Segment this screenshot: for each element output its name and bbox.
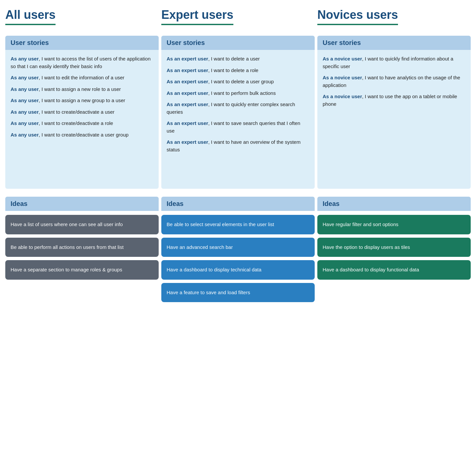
stories-box-all-users: As any user, I want to access the list o… [5, 50, 159, 189]
story-bold: As an expert user [167, 101, 208, 107]
story-rest: , I want to assign a new role to a user [39, 86, 121, 92]
story-item: As a novice user, I want to use the app … [323, 93, 465, 108]
story-rest: , I want to create/deactivate a role [39, 120, 113, 126]
stories-header-novices-users: User stories [317, 36, 471, 50]
story-bold: As any user [11, 132, 39, 138]
story-bold: As a novice user [323, 94, 362, 99]
story-rest: , I want to assign a new group to a user [39, 98, 125, 103]
ideas-header-novices-users: Ideas [317, 197, 471, 211]
story-item: As any user, I want to edit the informat… [11, 74, 153, 82]
main-grid: All usersUser storiesAs any user, I want… [5, 8, 471, 302]
story-item: As an expert user, I want to have an ove… [167, 139, 309, 153]
ideas-header-all-users: Ideas [5, 197, 159, 211]
story-item: As any user, I want to create/deactivate… [11, 131, 153, 139]
story-bold: As any user [11, 75, 39, 80]
story-item: As a novice user, I want to have analyti… [323, 74, 465, 89]
story-rest: , I want to create/deactivate a user [39, 109, 114, 115]
story-rest: , I want to perform bulk actions [208, 90, 276, 96]
idea-card: Have a separate section to manage roles … [5, 260, 159, 280]
stories-header-all-users: User stories [5, 36, 159, 50]
story-bold: As an expert user [167, 56, 208, 61]
story-bold: As a novice user [323, 75, 362, 80]
story-rest: , I want to delete a role [208, 67, 258, 73]
idea-card: Have regular filter and sort options [317, 215, 471, 234]
idea-card: Have a dashboard to display functional d… [317, 260, 471, 280]
story-item: As a novice user, I want to quickly find… [323, 55, 465, 70]
story-bold: As any user [11, 86, 39, 92]
idea-card: Have a list of users where one can see a… [5, 215, 159, 234]
column-all-users: All usersUser storiesAs any user, I want… [5, 8, 159, 302]
story-item: As any user, I want to assign a new grou… [11, 97, 153, 104]
stories-box-expert-users: As an expert user, I want to delete a us… [161, 50, 315, 189]
story-bold: As an expert user [167, 139, 208, 145]
column-expert-users: Expert usersUser storiesAs an expert use… [161, 8, 315, 302]
story-bold: As any user [11, 56, 39, 61]
story-item: As any user, I want to create/deactivate… [11, 108, 153, 116]
story-item: As an expert user, I want to perform bul… [167, 90, 309, 97]
col-header: Novices users [317, 8, 471, 30]
story-item: As any user, I want to access the list o… [11, 55, 153, 70]
ideas-list-all-users: Have a list of users where one can see a… [5, 214, 159, 280]
story-bold: As any user [11, 109, 39, 115]
story-item: As an expert user, I want to quickly ent… [167, 101, 309, 116]
stories-header-expert-users: User stories [161, 36, 315, 50]
story-bold: As any user [11, 120, 39, 126]
story-item: As an expert user, I want to delete a us… [167, 55, 309, 63]
ideas-list-expert-users: Be able to select several elements in th… [161, 214, 315, 302]
story-rest: , I want to delete a user group [208, 79, 274, 84]
title-expert-users: Expert users [161, 8, 233, 25]
story-bold: As a novice user [323, 56, 362, 61]
story-item: As any user, I want to create/deactivate… [11, 120, 153, 127]
idea-card: Be able to select several elements in th… [161, 215, 315, 234]
idea-card: Have the option to display users as tile… [317, 238, 471, 257]
story-rest: , I want to delete a user [208, 56, 260, 61]
col-header: All users [5, 8, 159, 30]
story-rest: , I want to create/deactivate a user gro… [39, 132, 129, 138]
title-all-users: All users [5, 8, 56, 25]
story-item: As an expert user, I want to save search… [167, 120, 309, 135]
col-header: Expert users [161, 8, 315, 30]
story-rest: , I want to edit the information of a us… [39, 75, 124, 80]
idea-card: Have a feature to save and load filters [161, 283, 315, 302]
story-bold: As any user [11, 98, 39, 103]
idea-card: Have an advanced search bar [161, 238, 315, 257]
story-bold: As an expert user [167, 67, 208, 73]
story-bold: As an expert user [167, 120, 208, 126]
stories-box-novices-users: As a novice user, I want to quickly find… [317, 50, 471, 189]
story-bold: As an expert user [167, 90, 208, 96]
story-item: As any user, I want to assign a new role… [11, 86, 153, 93]
story-item: As an expert user, I want to delete a us… [167, 78, 309, 86]
title-novices-users: Novices users [317, 8, 398, 25]
story-bold: As an expert user [167, 79, 208, 84]
ideas-list-novices-users: Have regular filter and sort optionsHave… [317, 214, 471, 280]
column-novices-users: Novices usersUser storiesAs a novice use… [317, 8, 471, 302]
ideas-header-expert-users: Ideas [161, 197, 315, 211]
idea-card: Have a dashboard to display technical da… [161, 260, 315, 280]
story-item: As an expert user, I want to delete a ro… [167, 67, 309, 74]
idea-card: Be able to perform all actions on users … [5, 238, 159, 257]
